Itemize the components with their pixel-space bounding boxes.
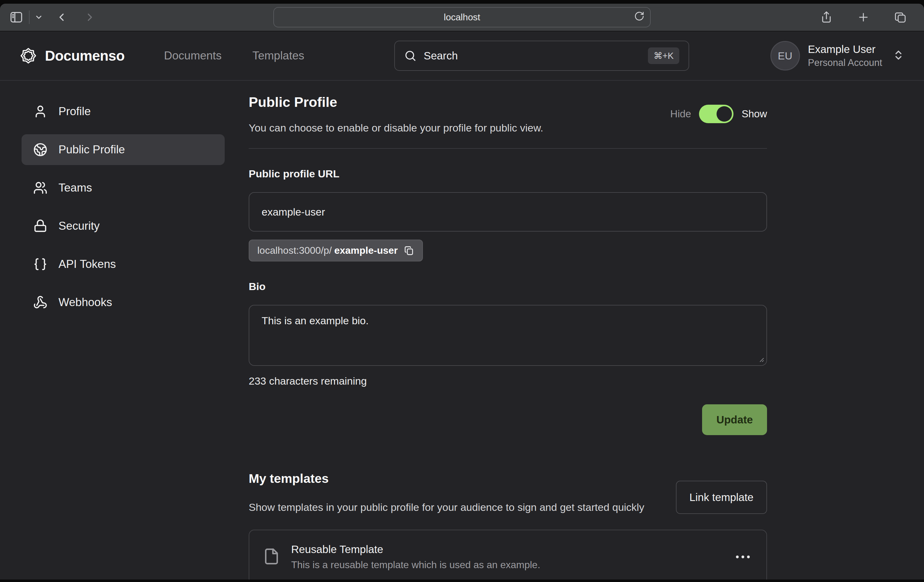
bio-textarea[interactable]: [249, 305, 767, 366]
section-divider: [249, 148, 767, 149]
braces-icon: [33, 257, 48, 271]
user-icon: [33, 104, 48, 119]
search-placeholder: Search: [424, 50, 458, 62]
user-menu[interactable]: EU Example User Personal Account: [771, 41, 904, 71]
top-nav: Documents Templates: [164, 49, 304, 62]
toggle-knob: [716, 106, 732, 122]
tab-overview-icon[interactable]: [894, 11, 907, 24]
sidebar-item-api-tokens[interactable]: API Tokens: [21, 249, 225, 279]
characters-remaining: 233 characters remaining: [249, 375, 767, 387]
forward-icon[interactable]: [84, 11, 96, 23]
file-icon: [263, 548, 280, 566]
user-name: Example User: [808, 43, 882, 55]
settings-sidebar: Profile Public Profile Teams Security AP…: [21, 94, 225, 580]
avatar: EU: [771, 41, 800, 71]
sidebar-item-profile[interactable]: Profile: [21, 96, 225, 127]
my-templates-section: My templates Show templates in your publ…: [249, 471, 767, 580]
public-profile-settings: Public Profile You can choose to enable …: [249, 94, 767, 580]
template-title: Reusable Template: [291, 543, 540, 556]
template-actions-menu-icon[interactable]: [733, 552, 753, 561]
chevron-down-icon[interactable]: [35, 13, 43, 21]
search-icon: [404, 50, 416, 62]
toggle-hide-label: Hide: [670, 108, 691, 120]
address-bar[interactable]: localhost: [273, 7, 651, 27]
address-bar-url: localhost: [444, 12, 480, 23]
toolbar-divider: [29, 10, 30, 24]
copy-icon[interactable]: [404, 245, 414, 256]
page-description: You can choose to enable or disable your…: [249, 122, 543, 134]
nav-templates[interactable]: Templates: [252, 49, 304, 62]
profile-url-prefix: localhost:3000/p/: [257, 245, 332, 256]
templates-title: My templates: [249, 471, 644, 486]
chevrons-up-down-icon: [893, 49, 904, 62]
lock-icon: [33, 219, 48, 233]
toggle-show-label: Show: [741, 108, 767, 120]
search-shortcut-badge: ⌘+K: [648, 48, 679, 64]
templates-description: Show templates in your public profile fo…: [249, 499, 644, 516]
resize-handle[interactable]: [757, 355, 764, 363]
users-icon: [33, 181, 48, 195]
new-tab-icon[interactable]: [857, 11, 870, 24]
public-profile-url-input[interactable]: [249, 192, 767, 231]
template-row[interactable]: Reusable Template This is a reusable tem…: [249, 530, 767, 580]
brand-name: Documenso: [45, 48, 125, 64]
browser-toolbar: localhost: [0, 4, 924, 31]
bio-field-label: Bio: [249, 281, 767, 293]
page-title: Public Profile: [249, 94, 543, 110]
globe-icon: [33, 142, 48, 157]
template-description: This is a reusable template which is use…: [291, 559, 540, 570]
url-field-label: Public profile URL: [249, 168, 767, 180]
link-template-button[interactable]: Link template: [676, 481, 767, 514]
brand[interactable]: Documenso: [20, 47, 125, 64]
app-header: Documenso Documents Templates Search ⌘+K…: [0, 31, 924, 81]
update-button[interactable]: Update: [702, 404, 767, 435]
sidebar-item-webhooks[interactable]: Webhooks: [21, 287, 225, 318]
profile-url-copy-chip[interactable]: localhost:3000/p/ example-user: [249, 240, 423, 261]
profile-url-slug: example-user: [334, 245, 398, 256]
share-icon[interactable]: [820, 11, 833, 24]
sidebar-item-public-profile[interactable]: Public Profile: [21, 134, 225, 165]
sidebar-panel-icon[interactable]: [9, 10, 23, 24]
documenso-logo-icon: [20, 47, 37, 64]
profile-visibility-toggle[interactable]: [699, 105, 733, 123]
webhook-icon: [33, 295, 48, 309]
nav-documents[interactable]: Documents: [164, 49, 222, 62]
reload-icon[interactable]: [634, 11, 645, 24]
sidebar-item-security[interactable]: Security: [21, 211, 225, 241]
user-account-type: Personal Account: [808, 57, 882, 68]
browser-window: localhost Documenso Doc: [0, 4, 924, 580]
search-input[interactable]: Search ⌘+K: [394, 41, 689, 71]
sidebar-item-teams[interactable]: Teams: [21, 172, 225, 203]
back-icon[interactable]: [55, 11, 68, 23]
